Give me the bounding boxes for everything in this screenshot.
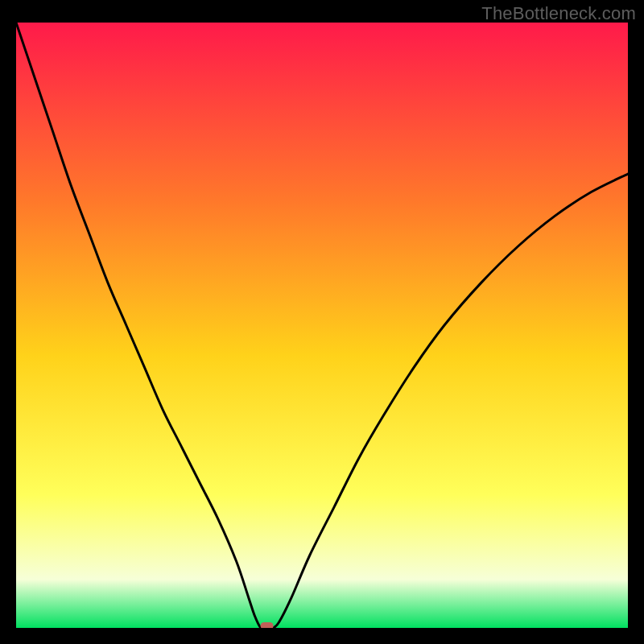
chart-frame: TheBottleneck.com	[0, 0, 644, 644]
optimal-point-marker	[261, 622, 274, 628]
gradient-background	[16, 23, 628, 628]
bottleneck-chart	[16, 23, 628, 628]
watermark-text: TheBottleneck.com	[481, 3, 636, 24]
plot-area	[16, 23, 628, 628]
